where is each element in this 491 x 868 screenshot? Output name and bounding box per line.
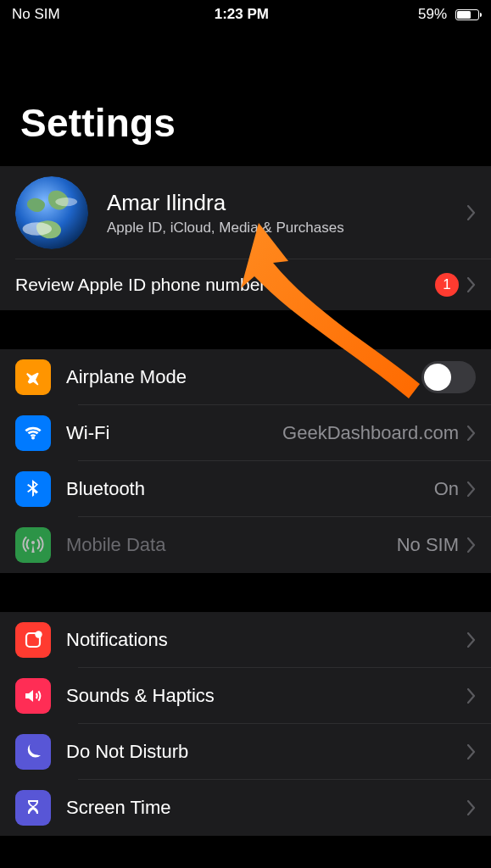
avatar <box>15 176 88 249</box>
svg-point-2 <box>55 198 77 206</box>
airplane-mode-row[interactable]: Airplane Mode <box>0 349 491 405</box>
bluetooth-value: On <box>434 478 459 500</box>
clock: 1:23 PM <box>215 6 269 23</box>
chevron-right-icon <box>467 537 476 553</box>
mobile-data-row[interactable]: Mobile Data No SIM <box>0 517 491 573</box>
bluetooth-icon <box>15 471 51 507</box>
chevron-right-icon <box>467 688 476 704</box>
wifi-value: GeekDashboard.com <box>282 422 459 444</box>
notifications-row[interactable]: Notifications <box>0 612 491 668</box>
airplane-label: Airplane Mode <box>66 366 421 388</box>
chevron-right-icon <box>467 205 476 220</box>
sounds-row[interactable]: Sounds & Haptics <box>0 668 491 724</box>
mobile-data-label: Mobile Data <box>66 534 397 556</box>
wifi-icon <box>15 415 51 451</box>
airplane-toggle[interactable] <box>421 361 476 393</box>
moon-icon <box>15 734 51 770</box>
bluetooth-row[interactable]: Bluetooth On <box>0 461 491 517</box>
carrier-text: No SIM <box>12 6 60 23</box>
profile-name: Amar Ilindra <box>107 190 467 216</box>
page-title: Settings <box>0 25 491 166</box>
speaker-icon <box>15 678 51 714</box>
notifications-label: Notifications <box>66 629 467 651</box>
screen-time-label: Screen Time <box>66 797 467 819</box>
bluetooth-label: Bluetooth <box>66 478 434 500</box>
connectivity-section: Airplane Mode Wi-Fi GeekDashboard.com Bl… <box>0 349 491 573</box>
mobile-data-value: No SIM <box>397 534 459 556</box>
notification-badge: 1 <box>435 273 459 297</box>
svg-point-4 <box>35 631 42 637</box>
status-bar: No SIM 1:23 PM 59% <box>0 0 491 25</box>
airplane-icon <box>15 359 51 395</box>
chevron-right-icon <box>467 632 476 648</box>
wifi-row[interactable]: Wi-Fi GeekDashboard.com <box>0 405 491 461</box>
review-appleid-row[interactable]: Review Apple ID phone number 1 <box>0 259 491 310</box>
chevron-right-icon <box>467 277 476 292</box>
appleid-section: Amar Ilindra Apple ID, iCloud, Media & P… <box>0 166 491 310</box>
antenna-icon <box>15 527 51 563</box>
appleid-profile-row[interactable]: Amar Ilindra Apple ID, iCloud, Media & P… <box>0 166 491 259</box>
hourglass-icon <box>15 790 51 826</box>
battery-percentage: 59% <box>418 6 447 23</box>
dnd-row[interactable]: Do Not Disturb <box>0 724 491 780</box>
wifi-label: Wi-Fi <box>66 422 282 444</box>
screen-time-row[interactable]: Screen Time <box>0 780 491 836</box>
dnd-label: Do Not Disturb <box>66 741 467 763</box>
chevron-right-icon <box>467 744 476 760</box>
sounds-label: Sounds & Haptics <box>66 685 467 707</box>
notifications-icon <box>15 622 51 658</box>
battery-icon <box>452 9 479 20</box>
chevron-right-icon <box>467 800 476 815</box>
chevron-right-icon <box>467 426 476 441</box>
profile-subtitle: Apple ID, iCloud, Media & Purchases <box>107 220 467 236</box>
svg-point-1 <box>23 222 52 235</box>
system-section: Notifications Sounds & Haptics Do Not Di… <box>0 612 491 836</box>
review-label: Review Apple ID phone number <box>15 275 435 295</box>
chevron-right-icon <box>467 481 476 497</box>
